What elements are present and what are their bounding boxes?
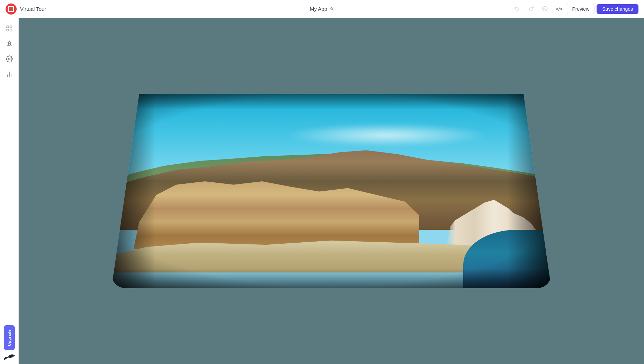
- sidebar-item-settings[interactable]: [2, 52, 16, 66]
- save-changes-button[interactable]: Save changes: [597, 4, 638, 14]
- settings-icon: [6, 55, 13, 62]
- undo-button[interactable]: [511, 3, 523, 15]
- svg-rect-0: [7, 26, 9, 28]
- code-button[interactable]: </>: [553, 3, 565, 15]
- app-header: Virtual Tour My App ✎ </>: [0, 0, 644, 18]
- redo-icon: [528, 6, 534, 12]
- sidebar-item-plugins[interactable]: [2, 37, 16, 51]
- header-center: My App ✎: [310, 6, 334, 12]
- bird-logo: [3, 353, 16, 360]
- canvas-area[interactable]: [19, 18, 644, 364]
- svg-rect-1: [10, 26, 12, 28]
- header-right: </> Preview Save changes: [511, 3, 638, 15]
- app-logo: [6, 3, 17, 15]
- history-button[interactable]: [539, 3, 551, 15]
- panoramic-frame: [111, 94, 551, 288]
- sidebar-bottom: Upgrade: [0, 325, 18, 364]
- redo-button[interactable]: [525, 3, 537, 15]
- code-icon: </>: [555, 6, 562, 11]
- main-layout: Upgrade: [0, 18, 644, 364]
- logo-shape: [8, 6, 14, 12]
- grid-icon: [6, 25, 13, 32]
- sidebar-item-analytics[interactable]: [2, 67, 16, 81]
- header-left: Virtual Tour: [6, 3, 46, 15]
- sidebar: Upgrade: [0, 18, 19, 364]
- edit-title-icon[interactable]: ✎: [330, 6, 334, 12]
- undo-icon: [514, 6, 520, 12]
- history-icon: [542, 6, 548, 12]
- scene: [111, 94, 551, 288]
- analytics-icon: [6, 71, 13, 78]
- panoramic-viewer[interactable]: [111, 94, 551, 288]
- svg-point-5: [8, 58, 10, 60]
- svg-point-4: [9, 43, 10, 43]
- plugin-icon: [6, 40, 13, 47]
- center-app-title: My App: [310, 6, 327, 12]
- upgrade-label: Upgrade: [7, 329, 11, 346]
- app-name: Virtual Tour: [20, 6, 46, 12]
- preview-button[interactable]: Preview: [567, 4, 594, 14]
- sidebar-item-dashboard[interactable]: [2, 21, 16, 35]
- svg-rect-2: [7, 29, 9, 31]
- upgrade-button[interactable]: Upgrade: [4, 325, 15, 350]
- svg-rect-3: [10, 29, 12, 31]
- cloud-layer: [266, 110, 508, 152]
- panoramic-image: [111, 94, 551, 288]
